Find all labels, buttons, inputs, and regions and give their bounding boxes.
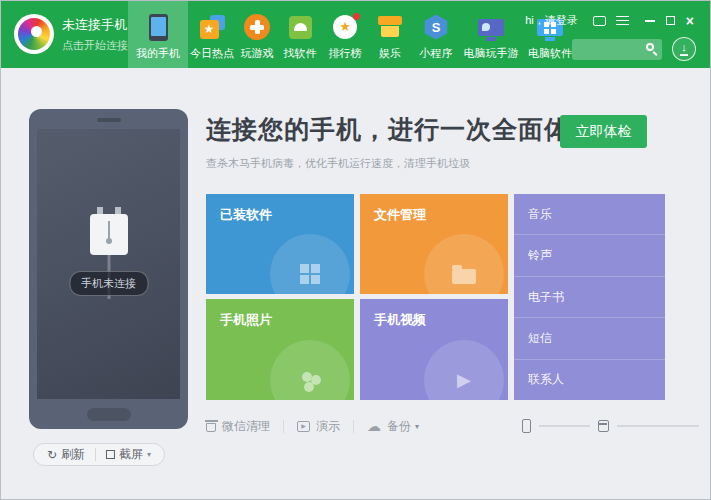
phone-screen: 手机未连接 bbox=[37, 129, 180, 399]
device-connect-menu[interactable]: 未连接手机▾ 点击开始连接 bbox=[62, 16, 138, 53]
header-right-bottom: ↓ bbox=[572, 37, 696, 61]
maximize-button[interactable] bbox=[666, 16, 675, 25]
device-status-text: 未连接手机 bbox=[62, 17, 127, 32]
checkup-button[interactable]: 立即体检 bbox=[560, 115, 647, 148]
header-bar: 未连接手机▾ 点击开始连接 我的手机 ★ 今日热点 玩游戏 找软件 ★ 排 bbox=[1, 1, 710, 68]
android-apps-icon bbox=[289, 16, 312, 39]
photos-icon bbox=[302, 372, 312, 382]
main-panel: 连接您的手机，进行一次全面体检 查杀木马手机病毒，优化手机运行速度，清理手机垃圾… bbox=[197, 68, 710, 500]
demo-button[interactable]: 演示 bbox=[297, 418, 340, 435]
download-manager-button[interactable]: ↓ bbox=[672, 37, 696, 61]
folder-icon bbox=[452, 269, 476, 284]
backup-button[interactable]: ☁ 备份 ▾ bbox=[367, 418, 419, 435]
content-area: 手机未连接 ↻ 刷新 截屏 ▾ 连接您的手机，进行一次全面体检 查杀木马手机病毒… bbox=[1, 68, 710, 500]
treasure-box-icon bbox=[378, 16, 402, 38]
chevron-down-icon: ▾ bbox=[415, 422, 419, 431]
crop-icon bbox=[106, 450, 115, 459]
main-nav: 我的手机 ★ 今日热点 玩游戏 找软件 ★ 排行榜 娱乐 bbox=[128, 1, 578, 68]
pc-game-monitor-icon bbox=[478, 19, 504, 36]
tab-entertainment[interactable]: 娱乐 bbox=[368, 1, 412, 68]
search-icon bbox=[646, 43, 654, 51]
video-play-icon: ▶ bbox=[457, 371, 471, 389]
gamepad-icon bbox=[244, 14, 270, 40]
tab-my-phone[interactable]: 我的手机 bbox=[128, 1, 188, 68]
storage-indicators bbox=[522, 419, 699, 433]
status-badge: 手机未连接 bbox=[69, 271, 148, 296]
side-item-sms[interactable]: 短信 bbox=[514, 317, 665, 358]
apps-grid-icon bbox=[300, 264, 320, 284]
search-input[interactable] bbox=[572, 39, 662, 60]
tab-pc-play-mobile-games[interactable]: 电脑玩手游 bbox=[460, 1, 522, 68]
refresh-icon: ↻ bbox=[47, 448, 57, 462]
tile-file-manager[interactable]: 文件管理 bbox=[360, 194, 508, 294]
mini-program-icon: S bbox=[424, 15, 449, 40]
phone-panel: 手机未连接 ↻ 刷新 截屏 ▾ bbox=[1, 68, 197, 500]
usb-plug-icon bbox=[90, 207, 128, 255]
message-icon[interactable] bbox=[593, 16, 606, 26]
minimize-button[interactable] bbox=[645, 20, 655, 22]
side-item-ebooks[interactable]: 电子书 bbox=[514, 276, 665, 317]
side-item-music[interactable]: 音乐 bbox=[514, 194, 665, 234]
close-button[interactable]: × bbox=[686, 16, 694, 26]
tile-installed-apps[interactable]: 已装软件 bbox=[206, 194, 354, 294]
login-link[interactable]: hi，请登录 bbox=[525, 13, 578, 28]
bottom-toolbar: 微信清理 演示 ☁ 备份 ▾ bbox=[206, 414, 665, 438]
side-item-ringtones[interactable]: 铃声 bbox=[514, 234, 665, 275]
phone-storage-icon bbox=[522, 419, 531, 433]
ranking-medal-icon: ★ bbox=[333, 15, 357, 39]
cloud-backup-icon: ☁ bbox=[367, 419, 381, 433]
phone-storage-bar bbox=[539, 425, 590, 427]
side-item-contacts[interactable]: 联系人 bbox=[514, 359, 665, 400]
tab-mini-programs[interactable]: S 小程序 bbox=[412, 1, 460, 68]
app-logo-icon bbox=[14, 14, 54, 54]
page-subtitle: 查杀木马手机病毒，优化手机运行速度，清理手机垃圾 bbox=[206, 156, 665, 171]
clean-trash-icon bbox=[206, 423, 216, 432]
feature-grid: 已装软件 文件管理 音乐 铃声 电子书 短信 联系人 手机照片 bbox=[206, 194, 665, 400]
my-phone-icon bbox=[149, 14, 168, 41]
sdcard-storage-bar bbox=[617, 425, 699, 427]
demo-play-icon bbox=[297, 421, 310, 432]
app-window: 未连接手机▾ 点击开始连接 我的手机 ★ 今日热点 玩游戏 找软件 ★ 排 bbox=[0, 0, 711, 500]
wechat-clean-button[interactable]: 微信清理 bbox=[206, 418, 270, 435]
side-list: 音乐 铃声 电子书 短信 联系人 bbox=[514, 194, 665, 400]
tab-pc-software[interactable]: 电脑软件 bbox=[522, 1, 578, 68]
device-hint-text: 点击开始连接 bbox=[62, 38, 138, 53]
tab-play-games[interactable]: 玩游戏 bbox=[236, 1, 278, 68]
screenshot-button[interactable]: 截屏 ▾ bbox=[106, 446, 151, 463]
tab-today-hot[interactable]: ★ 今日热点 bbox=[188, 1, 236, 68]
sdcard-storage-icon bbox=[598, 420, 609, 432]
tab-find-apps[interactable]: 找软件 bbox=[278, 1, 322, 68]
notification-dot bbox=[353, 13, 360, 20]
chevron-down-icon: ▾ bbox=[147, 450, 151, 459]
menu-icon[interactable] bbox=[616, 16, 629, 25]
download-icon: ↓ bbox=[680, 42, 688, 56]
refresh-button[interactable]: ↻ 刷新 bbox=[47, 446, 85, 463]
phone-toolbar: ↻ 刷新 截屏 ▾ bbox=[33, 443, 165, 466]
tab-rankings[interactable]: ★ 排行榜 bbox=[322, 1, 368, 68]
hot-news-icon: ★ bbox=[200, 15, 225, 39]
phone-mockup: 手机未连接 bbox=[29, 109, 188, 429]
phone-speaker bbox=[97, 118, 121, 122]
phone-home-button bbox=[87, 408, 131, 421]
tile-phone-photos[interactable]: 手机照片 bbox=[206, 299, 354, 400]
tile-phone-videos[interactable]: 手机视频 ▶ bbox=[360, 299, 508, 400]
header-right-top: hi，请登录 × bbox=[525, 13, 694, 28]
